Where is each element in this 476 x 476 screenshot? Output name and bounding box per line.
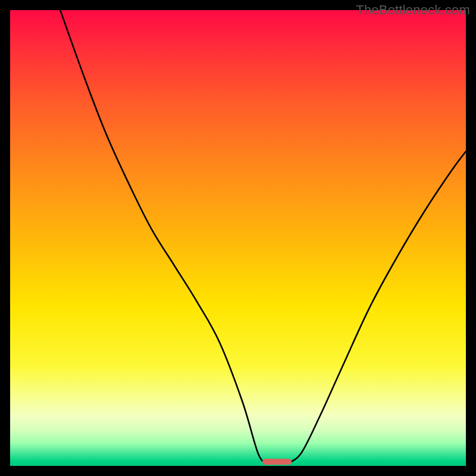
curve-layer	[10, 10, 466, 466]
optimum-marker	[262, 459, 292, 465]
plot-area	[10, 10, 466, 466]
chart-frame: TheBottleneck.com	[0, 0, 476, 476]
curve-right-branch	[290, 151, 466, 462]
curve-left-branch	[60, 10, 268, 462]
